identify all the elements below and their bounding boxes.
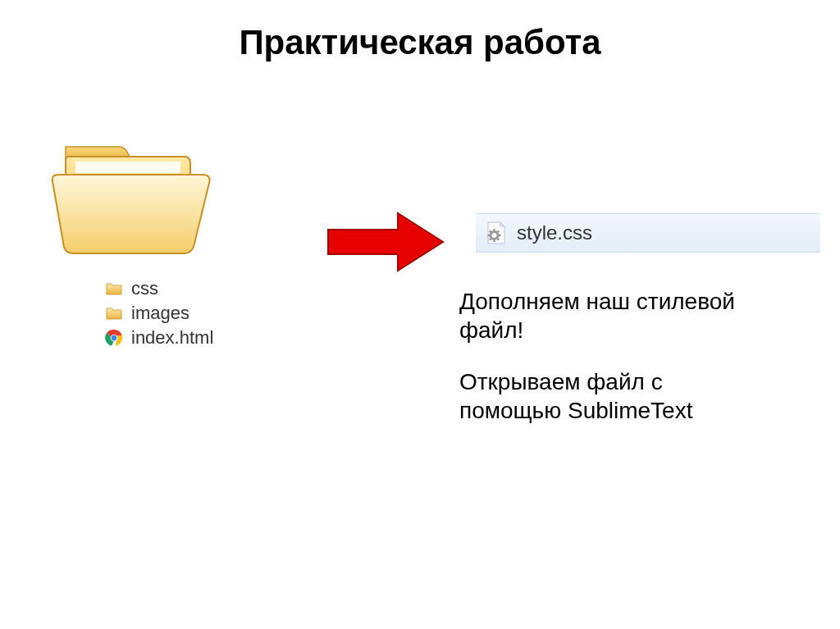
folder-icon (105, 280, 123, 298)
chrome-icon (105, 329, 123, 347)
css-file-icon (484, 221, 509, 245)
slide-title: Практическая работа (0, 23, 840, 62)
list-item: index.html (105, 327, 213, 349)
svg-point-12 (492, 233, 497, 238)
svg-point-2 (112, 335, 117, 341)
file-selection-bar: style.css (476, 213, 820, 253)
folder-icon (105, 304, 123, 322)
instruction-text: Дополняем наш стилевой файл! Открываем ф… (459, 287, 746, 448)
file-label: images (131, 303, 189, 324)
arrow-right-icon (324, 209, 447, 275)
svg-rect-7 (499, 235, 501, 236)
folder-contents-list: css images index.html (105, 275, 213, 352)
svg-rect-6 (488, 235, 491, 236)
file-label: css (131, 278, 158, 299)
style-file-label: style.css (517, 221, 592, 244)
file-label: index.html (131, 327, 213, 349)
svg-rect-4 (493, 229, 495, 231)
instruction-line: Открываем файл с помощью SublimeText (459, 367, 746, 425)
list-item: images (105, 303, 213, 324)
large-folder-icon (49, 135, 213, 267)
list-item: css (105, 278, 213, 299)
svg-rect-5 (493, 239, 495, 242)
instruction-line: Дополняем наш стилевой файл! (459, 287, 746, 344)
